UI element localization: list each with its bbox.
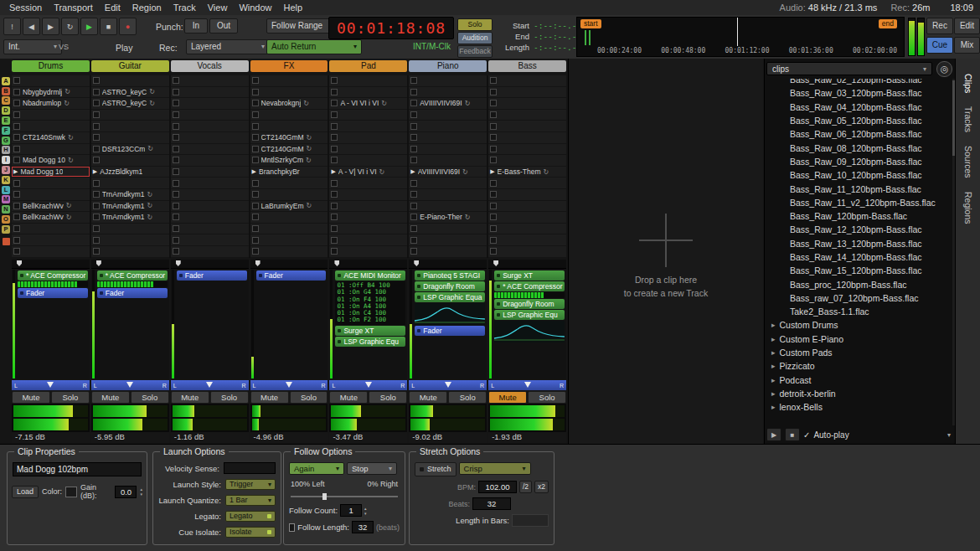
solo-indicator[interactable]: Solo: [457, 18, 493, 31]
scene-button-b[interactable]: B: [2, 87, 10, 95]
clip-slot[interactable]: [409, 201, 487, 213]
menu-transport[interactable]: Transport: [48, 3, 99, 13]
clip-slot[interactable]: [171, 144, 249, 156]
menu-window[interactable]: Window: [233, 3, 277, 13]
solo-button[interactable]: Solo: [131, 391, 169, 404]
file-item[interactable]: Bass_Raw_09_120bpm-Bass.flac: [765, 155, 951, 168]
punch-in-button[interactable]: In: [184, 18, 208, 33]
follow-balance-slider[interactable]: [291, 493, 398, 500]
clip-slot[interactable]: [91, 110, 169, 121]
clip-slot[interactable]: [12, 224, 90, 235]
clip-slot[interactable]: [171, 155, 249, 167]
follow-length-checkbox[interactable]: [289, 523, 295, 532]
clip-slot[interactable]: BellKrachWv↻: [12, 201, 90, 213]
plugin-pianoteq-5-stagi[interactable]: Pianoteq 5 STAGI: [415, 270, 485, 281]
audition-indicator[interactable]: Audition: [457, 32, 493, 44]
chevron-down-icon[interactable]: ▾: [947, 431, 951, 439]
scene-button-c[interactable]: C: [2, 96, 10, 105]
rec-page-button[interactable]: Rec: [926, 18, 953, 34]
clip-slot[interactable]: [171, 189, 249, 201]
loop-icon[interactable]: ↻: [61, 18, 79, 35]
beats-spinner[interactable]: 32: [472, 497, 511, 510]
clip-slot[interactable]: [488, 246, 566, 258]
plugin-ace-midi-monitor[interactable]: ACE MIDI Monitor: [335, 270, 405, 281]
menu-view[interactable]: View: [202, 3, 234, 13]
track-header-vocals[interactable]: Vocals: [171, 60, 249, 72]
plugin-lsp-graphic-equ[interactable]: LSP Graphic Equ: [494, 310, 565, 320]
clip-slot[interactable]: ▶AVIIIIVIIVI69I↻: [409, 167, 487, 178]
stop-icon[interactable]: ■: [100, 18, 117, 35]
clip-slot[interactable]: [91, 121, 169, 132]
file-item[interactable]: Bass_Raw_04_120bpm-Bass.flac: [765, 100, 951, 114]
clip-slot[interactable]: [409, 234, 487, 246]
clip-slot[interactable]: CT2140GmM↻: [250, 132, 328, 144]
midi-panic-icon[interactable]: !: [3, 18, 21, 35]
clip-slot[interactable]: [250, 234, 328, 246]
stepper-arrows-icon[interactable]: ▴▾: [140, 487, 142, 497]
clip-slot[interactable]: [12, 178, 90, 189]
track-header-piano[interactable]: Piano: [409, 60, 487, 72]
start-marker[interactable]: start: [580, 19, 601, 28]
clip-slot[interactable]: TrnArndkym1↻: [91, 201, 169, 213]
preview-stop-button[interactable]: ■: [785, 428, 800, 441]
clip-slot[interactable]: [250, 75, 328, 87]
menu-region[interactable]: Region: [126, 3, 168, 13]
target-button[interactable]: ◎: [936, 61, 952, 77]
clip-slot[interactable]: MntlSzrkyCm↻: [250, 155, 328, 167]
clip-slot[interactable]: [12, 234, 90, 246]
clip-slot[interactable]: A - VI VI i VI↻: [329, 98, 407, 110]
clip-slot[interactable]: [329, 201, 407, 213]
clip-slot[interactable]: [12, 189, 90, 201]
clip-slot[interactable]: [488, 201, 566, 213]
clip-slot[interactable]: [409, 87, 487, 99]
file-item[interactable]: Bass_raw_07_120bpm-Bass.flac: [765, 291, 951, 305]
clip-slot[interactable]: [409, 246, 487, 258]
record-mode-dropdown[interactable]: Layered ▾: [186, 39, 270, 54]
clip-slot[interactable]: [250, 110, 328, 121]
plugin-lsp-graphic-equ[interactable]: LSP Graphic Equ: [335, 337, 405, 347]
double-tempo-button[interactable]: x2: [534, 481, 549, 493]
clip-slot[interactable]: [329, 75, 407, 87]
folder-item[interactable]: ▸Pizzicato: [765, 359, 951, 373]
fader-processor[interactable]: Fader: [18, 288, 88, 298]
folder-item[interactable]: ▸detroit-x-berlin: [765, 387, 951, 400]
plugin-ace-compressor[interactable]: * ACE Compressor: [97, 270, 168, 281]
clip-slot[interactable]: [171, 98, 249, 110]
stop-all-button[interactable]: [3, 238, 10, 245]
scene-button-h[interactable]: H: [2, 146, 10, 154]
fader-processor[interactable]: Fader: [256, 270, 327, 281]
clip-slot[interactable]: [171, 132, 249, 144]
scene-button-p[interactable]: P: [2, 225, 10, 234]
file-item[interactable]: Bass_Raw_120bpm-Bass.flac: [765, 209, 951, 223]
clip-slot[interactable]: ▶Mad Dogg 10: [12, 167, 90, 178]
clip-slot[interactable]: [91, 155, 169, 167]
clip-slot[interactable]: [171, 75, 249, 87]
slider-handle[interactable]: [322, 493, 327, 500]
follow-length-spinner[interactable]: 32: [352, 521, 374, 533]
plugin-surge-xt[interactable]: Surge XT: [494, 270, 565, 281]
solo-button[interactable]: Solo: [448, 391, 487, 404]
scene-button-f[interactable]: F: [2, 126, 10, 135]
file-item[interactable]: Bass_Raw_03_120bpm-Bass.flac: [765, 86, 951, 100]
clip-slot[interactable]: [488, 234, 566, 246]
stretch-toggle[interactable]: Stretch: [415, 462, 456, 476]
clip-slot[interactable]: [12, 144, 90, 156]
scene-button-a[interactable]: A: [2, 77, 10, 85]
clip-slot[interactable]: [329, 246, 407, 258]
scene-button-o[interactable]: O: [2, 215, 10, 224]
clip-slot[interactable]: LaBrumkyEm↻: [250, 201, 328, 213]
clip-slot[interactable]: CT2140GmM↻: [250, 144, 328, 156]
scene-button-j[interactable]: J: [2, 166, 10, 174]
pan-slider[interactable]: LR: [329, 380, 407, 390]
scene-button-n[interactable]: N: [2, 205, 10, 214]
auto-play-checkbox[interactable]: ✓: [803, 430, 810, 440]
stepper-arrows-icon[interactable]: ▴▾: [364, 506, 367, 516]
cue-page-button[interactable]: Cue: [926, 37, 953, 54]
plugin-dragonfly-room[interactable]: Dragonfly Room: [415, 281, 485, 291]
pan-slider[interactable]: LR: [488, 380, 566, 390]
preview-play-button[interactable]: ▶: [766, 428, 781, 441]
clip-slot[interactable]: [91, 224, 169, 235]
solo-button[interactable]: Solo: [528, 391, 566, 404]
fader-processor[interactable]: Fader: [97, 288, 168, 298]
scene-button-e[interactable]: E: [2, 116, 10, 125]
